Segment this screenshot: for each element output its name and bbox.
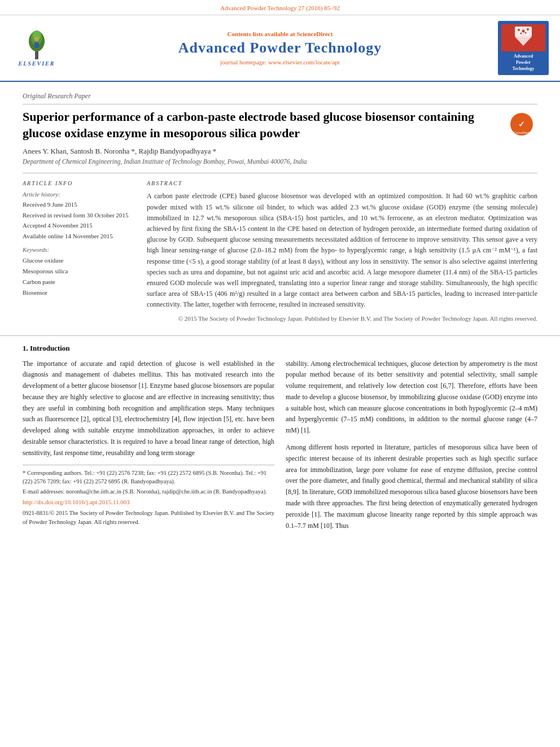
issn-note: 0921-8831/© 2015 The Society of Powder T…	[23, 509, 274, 527]
svg-rect-0	[35, 51, 38, 59]
history-label: Article history:	[23, 191, 135, 198]
article-info-section: ARTICLE INFO Article history: Received 9…	[23, 180, 135, 321]
journal-header: ELSEVIER Contents lists available at Sci…	[0, 15, 560, 82]
abstract-section: ABSTRACT A carbon paste electrode (CPE) …	[147, 180, 537, 321]
corresponding-note: * Corresponding authors. Tel.: +91 (22) …	[23, 469, 274, 487]
keyword-1: Glucose oxidase	[23, 255, 135, 266]
abstract-text: A carbon paste electrode (CPE) based glu…	[147, 191, 537, 310]
elsevier-tree-icon	[20, 30, 54, 59]
abstract-copyright: © 2015 The Society of Powder Technology …	[147, 315, 537, 322]
elsevier-logo: ELSEVIER	[11, 30, 62, 67]
keyword-3: Carbon paste	[23, 277, 135, 287]
journal-logo-graphic	[506, 25, 540, 48]
paper-category: Original Research Paper	[23, 92, 537, 104]
intro-para-2: stability. Among electrochemical techniq…	[286, 359, 537, 437]
sciencedirect-line: Contents lists available at ScienceDirec…	[62, 30, 498, 37]
section1-title: 1. Introduction	[23, 344, 537, 353]
email-note: E-mail addresses: noronha@che.iitb.ac.in…	[23, 487, 274, 496]
crossmark-icon: ✓ CrossMark	[509, 112, 535, 137]
article-info-label: ARTICLE INFO	[23, 180, 135, 186]
accepted-date: Accepted 4 November 2015	[23, 221, 135, 230]
body-col-right: stability. Among electrochemical techniq…	[286, 359, 537, 538]
paper-title-section: Superior performance of a carbon-paste e…	[23, 109, 537, 141]
journal-header-center: Contents lists available at ScienceDirec…	[62, 30, 498, 65]
elsevier-brand-text: ELSEVIER	[19, 60, 55, 67]
body-two-columns: The importance of accurate and rapid det…	[23, 359, 537, 538]
body-col-left: The importance of accurate and rapid det…	[23, 359, 274, 538]
affiliation-line: Department of Chemical Engineering, Indi…	[23, 158, 537, 165]
footnotes: * Corresponding authors. Tel.: +91 (22) …	[23, 465, 274, 527]
main-content: Original Research Paper Superior perform…	[0, 82, 560, 327]
body-content: 1. Introduction The importance of accura…	[0, 344, 560, 543]
content-divider	[0, 335, 560, 336]
journal-title: Advanced Powder Technology	[62, 40, 498, 56]
available-date: Available online 14 November 2015	[23, 231, 135, 241]
received-date: Received 9 June 2015	[23, 200, 135, 209]
svg-point-12	[525, 32, 527, 34]
svg-point-8	[518, 29, 520, 31]
top-bar: Advanced Powder Technology 27 (2016) 85–…	[0, 0, 560, 15]
crossmark-badge[interactable]: ✓ CrossMark	[509, 112, 537, 139]
revised-date: Received in revised form 30 October 2015	[23, 211, 135, 220]
intro-para-3: Among different hosts reported in litera…	[286, 442, 537, 531]
doi-link[interactable]: http://dx.doi.org/10.1016/j.apt.2015.11.…	[23, 499, 130, 505]
svg-point-10	[527, 28, 529, 30]
journal-homepage: journal homepage: www.elsevier.com/locat…	[62, 59, 498, 65]
paper-title: Superior performance of a carbon-paste e…	[23, 109, 504, 141]
journal-logo-box: AdvancedPowderTechnology	[498, 21, 549, 75]
intro-para-1: The importance of accurate and rapid det…	[23, 359, 274, 459]
keyword-2: Mesoporous silica	[23, 266, 135, 277]
svg-point-4	[34, 37, 39, 41]
svg-text:✓: ✓	[518, 120, 525, 129]
svg-text:CrossMark: CrossMark	[513, 131, 530, 134]
authors-line: Anees Y. Khan, Santosh B. Noronha *, Raj…	[23, 147, 537, 156]
article-info-abstract: ARTICLE INFO Article history: Received 9…	[23, 173, 537, 321]
journal-citation-link[interactable]: Advanced Powder Technology 27 (2016) 85–…	[220, 5, 339, 11]
keywords-label: Keywords:	[23, 246, 135, 253]
svg-point-9	[522, 30, 525, 33]
keyword-4: Biosensor	[23, 287, 135, 298]
svg-rect-5	[34, 42, 39, 48]
svg-marker-7	[515, 37, 532, 46]
abstract-label: ABSTRACT	[147, 180, 537, 186]
svg-point-11	[520, 33, 522, 34]
